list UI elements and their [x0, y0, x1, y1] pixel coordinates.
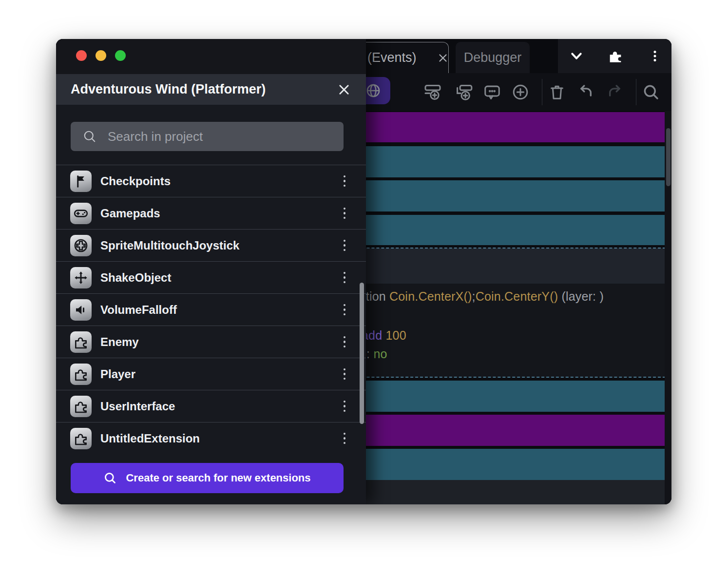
list-item-checkpoints[interactable]: Checkpoints — [56, 165, 366, 197]
create-extension-button[interactable]: Create or search for new extensions — [71, 463, 344, 493]
close-panel-icon[interactable] — [337, 82, 351, 97]
list-item-enemy[interactable]: Enemy — [56, 326, 366, 358]
list-item-gamepads[interactable]: Gamepads — [56, 197, 366, 229]
kebab-menu-icon[interactable] — [646, 47, 664, 65]
item-menu-icon[interactable] — [340, 398, 349, 415]
panel-scrollbar-thumb[interactable] — [360, 283, 364, 424]
traffic-light-minimize-icon[interactable] — [96, 50, 106, 61]
list-item-label: Gamepads — [100, 207, 340, 220]
close-tab-icon[interactable] — [437, 52, 449, 64]
toolbar-divider — [542, 79, 542, 105]
traffic-light-zoom-icon[interactable] — [115, 50, 126, 61]
project-title: Adventurous Wind (Platformer) — [71, 82, 337, 97]
search-icon — [103, 471, 117, 485]
add-subevent-icon[interactable] — [455, 83, 473, 101]
tab-events-label: (Events) — [367, 50, 417, 65]
list-item-label: UserInterface — [100, 400, 340, 413]
search-icon — [82, 129, 97, 144]
panel-header: Adventurous Wind (Platformer) — [56, 74, 366, 105]
puzzle-icon — [70, 428, 92, 449]
item-menu-icon[interactable] — [340, 302, 349, 318]
item-menu-icon[interactable] — [340, 173, 349, 190]
toolbar-divider — [636, 79, 636, 105]
undo-icon[interactable] — [576, 83, 595, 101]
item-menu-icon[interactable] — [340, 430, 349, 447]
create-extension-label: Create or search for new extensions — [126, 472, 310, 484]
puzzle-icon — [70, 364, 92, 385]
item-menu-icon[interactable] — [340, 269, 349, 286]
item-menu-icon[interactable] — [340, 334, 349, 350]
tab-debugger-label: Debugger — [464, 50, 522, 65]
trash-icon[interactable] — [548, 83, 566, 101]
add-event-icon[interactable] — [423, 83, 442, 101]
list-item-shakeobject[interactable]: ShakeObject — [56, 261, 366, 293]
gamepad-icon — [70, 203, 92, 224]
app-window: (Events) Debugger — [56, 39, 671, 504]
joystick-icon — [70, 235, 92, 256]
events-scrollbar-track[interactable] — [665, 111, 671, 504]
event-action-line[interactable]: add 100 — [362, 328, 406, 343]
list-item-label: SpriteMultitouchJoystick — [100, 239, 340, 252]
move-arrows-icon — [70, 267, 92, 288]
tab-debugger[interactable]: Debugger — [456, 42, 530, 73]
flag-icon — [70, 171, 92, 192]
list-item-label: Enemy — [100, 335, 340, 349]
events-scrollbar-thumb[interactable] — [666, 128, 671, 186]
list-item-label: Player — [100, 367, 340, 381]
item-menu-icon[interactable] — [340, 366, 349, 383]
project-manager-panel: Adventurous Wind (Platformer) Checkpoint… — [56, 39, 366, 504]
list-item-player[interactable]: Player — [56, 358, 366, 390]
list-item-spritemultitouchjoystick[interactable]: SpriteMultitouchJoystick — [56, 229, 366, 261]
window-controls-strip — [558, 39, 671, 73]
speaker-icon — [70, 299, 92, 321]
item-menu-icon[interactable] — [340, 205, 349, 222]
extensions-list: Checkpoints Gamepads SpriteMultitouchJoy… — [56, 165, 366, 454]
list-item-volumefalloff[interactable]: VolumeFalloff — [56, 293, 366, 326]
puzzle-icon — [70, 396, 92, 417]
add-comment-icon[interactable] — [483, 83, 501, 101]
puzzle-icon — [70, 331, 92, 353]
list-item-label: VolumeFalloff — [100, 303, 340, 317]
add-circle-icon[interactable] — [511, 83, 530, 101]
item-menu-icon[interactable] — [340, 237, 349, 254]
list-item-label: ShakeObject — [100, 271, 340, 285]
traffic-light-close-icon[interactable] — [76, 50, 87, 61]
list-item-untitledextension[interactable]: UntitledExtension — [56, 422, 366, 454]
project-search-field[interactable] — [71, 122, 344, 151]
chevron-down-icon[interactable] — [568, 47, 585, 65]
screenshot-canvas: (Events) Debugger — [0, 0, 728, 576]
search-icon[interactable] — [642, 83, 660, 101]
redo-icon[interactable] — [606, 83, 624, 101]
event-action-line[interactable]: ition Coin.CenterX();Coin.CenterY() (lay… — [363, 289, 604, 304]
list-item-userinterface[interactable]: UserInterface — [56, 390, 366, 422]
globe-icon — [365, 82, 382, 99]
search-input[interactable] — [108, 129, 322, 144]
window-titlebar — [56, 39, 366, 74]
list-item-label: UntitledExtension — [100, 432, 340, 445]
puzzle-icon[interactable] — [607, 47, 624, 65]
list-item-label: Checkpoints — [100, 174, 340, 188]
